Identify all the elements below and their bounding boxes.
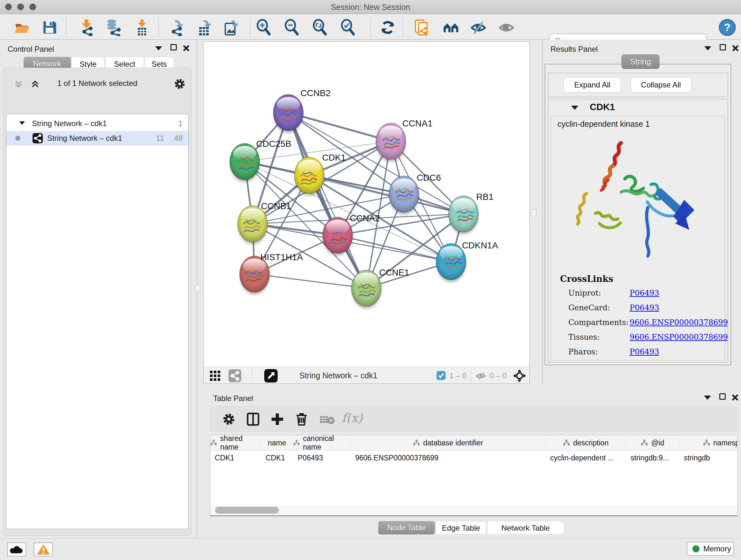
help-button[interactable]: ? [719,19,736,36]
table-cell[interactable]: P06493 [293,450,351,465]
crosslink-label: Pharos: [568,348,598,356]
add-column-icon[interactable] [270,412,284,426]
crosslink-pharos[interactable]: P06493 [630,348,659,356]
column-header-id[interactable]: @id [626,435,679,450]
network-edge[interactable] [288,113,391,141]
column-header-description[interactable]: description [546,435,626,450]
memory-label: Memory [703,544,731,553]
panel-float-icon[interactable] [719,393,726,401]
panel-float-icon[interactable] [720,44,726,52]
network-type-icon [32,133,43,143]
warnings-button[interactable] [34,543,53,557]
network-row[interactable]: String Network – cdk1 11 48 [6,131,188,145]
network-node-cdkn1a[interactable]: CDKN1A [436,240,498,282]
table-gear-icon[interactable] [222,413,235,426]
hidden-eye-slash-icon[interactable] [475,371,486,381]
tab-node-table[interactable]: Node Table [378,521,435,535]
column-header-databaseidentifier[interactable]: database identifier [351,435,546,450]
crosslink-uniprot[interactable]: P06493 [630,289,659,298]
column-header-namespace[interactable]: namespace [679,435,738,450]
column-header-label: namespace [713,439,738,447]
export-network-button[interactable] [169,19,186,36]
left-splitter-handle[interactable] [195,285,200,292]
panel-undock-icon[interactable] [704,395,711,403]
panel-undock-icon[interactable] [704,46,711,54]
network-edge[interactable] [338,235,451,262]
column-type-icon [563,439,570,446]
network-edge[interactable] [255,274,366,288]
clone-network-button[interactable] [413,19,430,36]
expand-all-button[interactable]: Expand All [563,77,621,92]
network-node-ccnb2[interactable]: CCNB2 [273,88,331,133]
panel-undock-icon[interactable] [155,46,162,54]
network-selected-status: 1 of 1 Network selected [3,79,191,88]
column-header-name[interactable]: name [261,435,293,450]
import-table-button[interactable] [133,19,151,36]
zoom-fit-button[interactable] [312,19,329,36]
network-node-ccna2[interactable]: CCNA2 [323,213,380,256]
export-table-button[interactable] [196,19,213,36]
first-neighbors-button[interactable] [442,19,460,36]
selected-nodes-checkbox[interactable] [436,371,446,380]
crosslink-tissues[interactable]: 9606.ENSP00000378699 [630,333,728,341]
collapse-all-button[interactable]: Collapse All [630,77,691,92]
function-builder-button[interactable]: f(x) [342,411,362,425]
panel-close-icon[interactable] [731,394,738,402]
zoom-out-button[interactable] [283,19,300,36]
network-node-rb1[interactable]: RB1 [448,192,493,234]
pan-crosshair-icon[interactable] [513,369,527,383]
network-node-cdc25b[interactable]: CDC25B [230,139,291,182]
right-splitter-handle[interactable] [531,209,536,216]
network-canvas[interactable]: CCNB2CCNA1CDC25BCDK1CDC6RB1CCNB1CCNA2CDK… [204,42,529,367]
delete-table-icon[interactable] [320,415,335,424]
panel-close-icon[interactable] [732,45,739,53]
panel-close-icon[interactable] [183,45,190,53]
tab-network-table[interactable]: Network Table [487,521,564,535]
protein-collapse-icon[interactable] [571,106,578,110]
zoom-in-button[interactable] [255,19,273,36]
export-image-button[interactable] [223,19,240,36]
collection-expand-icon[interactable] [19,121,25,125]
birds-eye-view-icon[interactable] [264,369,278,382]
table-cell[interactable]: stringdb:9... [626,450,679,465]
zoom-selected-button[interactable] [340,19,357,36]
table-cell[interactable]: CDK1 [261,450,293,465]
results-tab-string[interactable]: String [621,54,660,69]
control-panel: Control Panel Network Style Select Sets … [0,40,197,538]
crosslink-compartments[interactable]: 9606.ENSP00000378699 [630,318,728,327]
cloud-status-button[interactable] [7,543,26,557]
import-network-file-button[interactable] [78,19,95,36]
network-collection-row[interactable]: String Network – cdk1 1 [6,116,188,131]
panel-float-icon[interactable] [171,44,177,52]
column-header-sharedname[interactable]: shared name [210,435,261,450]
apply-layout-button[interactable] [379,19,396,36]
memory-button[interactable]: Memory [687,542,734,556]
node-table[interactable]: shared namenamecanonical namedatabase id… [210,435,738,516]
network-node-cdk1[interactable]: CDK1 [294,152,346,196]
current-network-dot [15,136,20,141]
network-node-cdc6[interactable]: CDC6 [389,173,441,214]
refresh-icon [379,19,396,36]
scrollbar-thumb[interactable] [215,507,279,514]
crosslink-genecard[interactable]: P06493 [630,303,659,312]
network-node-hist1h1a[interactable]: HIST1H1A [240,252,303,295]
table-cell[interactable]: CDK1 [210,450,261,465]
gear-icon[interactable] [174,78,185,90]
show-columns-icon[interactable] [246,412,260,426]
save-session-button[interactable] [41,19,58,36]
table-horizontal-scrollbar[interactable] [211,505,737,515]
tab-edge-table[interactable]: Edge Table [435,521,486,535]
open-session-button[interactable] [13,19,30,36]
column-header-canonicalname[interactable]: canonical name [293,435,351,450]
table-cell[interactable]: cyclin-dependent ... [546,450,626,465]
network-node-ccne1[interactable]: CCNE1 [351,267,409,309]
grid-view-icon[interactable] [209,370,221,381]
show-all-button[interactable] [498,19,515,36]
column-type-icon [413,439,420,446]
delete-column-icon[interactable] [294,412,309,426]
table-cell[interactable]: stringdb [679,450,738,465]
import-network-from-database-button[interactable] [105,19,122,36]
network-share-icon[interactable] [228,369,241,382]
table-cell[interactable]: 9606.ENSP00000378699 [351,450,546,465]
hide-selected-button[interactable] [470,19,487,36]
